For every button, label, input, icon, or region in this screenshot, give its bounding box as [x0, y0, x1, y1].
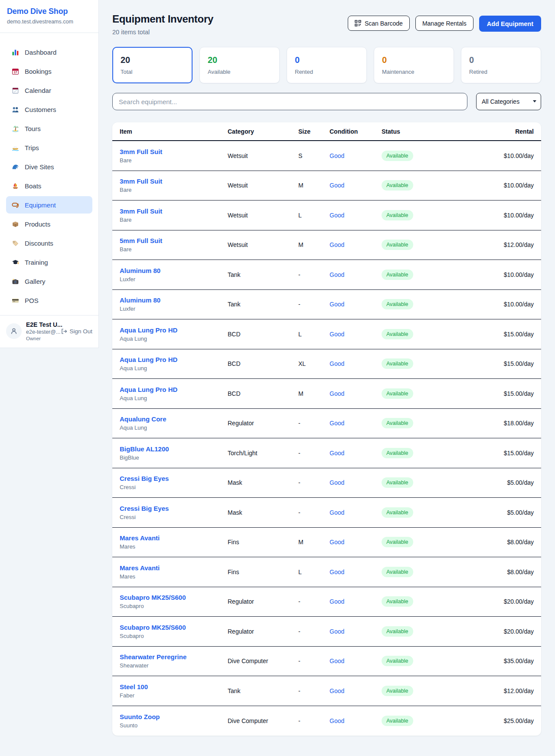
sidebar-item-discounts[interactable]: Discounts	[6, 234, 92, 252]
condition-link[interactable]: Good	[330, 212, 344, 219]
condition-link[interactable]: Good	[330, 360, 344, 367]
sidebar-item-calendar[interactable]: Calendar	[6, 82, 92, 99]
condition-link[interactable]: Good	[330, 687, 344, 694]
item-link-bigblue-al1200[interactable]: BigBlue AL1200	[120, 445, 169, 453]
table-header: Item Category Size Condition Status Rent…	[112, 122, 541, 141]
manage-rentals-button[interactable]: Manage Rentals	[415, 16, 473, 31]
item-link-aqua-lung-pro-hd[interactable]: Aqua Lung Pro HD	[120, 356, 177, 363]
status-badge: Available	[382, 507, 413, 518]
item-brand: Luxfer	[120, 306, 228, 312]
cell-rental: $15.00/day	[480, 450, 541, 457]
search-input[interactable]	[112, 93, 467, 110]
brand-name[interactable]: Demo Dive Shop	[7, 7, 91, 16]
sidebar-item-trips[interactable]: Trips	[6, 139, 92, 156]
stat-label: Retired	[469, 69, 533, 75]
cell-size: -	[298, 687, 330, 694]
cell-size: -	[298, 450, 330, 457]
condition-link[interactable]: Good	[330, 657, 344, 664]
item-link-3mm-full-suit[interactable]: 3mm Full Suit	[120, 177, 162, 185]
condition-link[interactable]: Good	[330, 152, 344, 159]
sidebar-item-training[interactable]: Training	[6, 253, 92, 271]
scan-barcode-button[interactable]: Scan Barcode	[348, 16, 410, 31]
sidebar-item-boats[interactable]: Boats	[6, 177, 92, 194]
item-link-cressi-big-eyes[interactable]: Cressi Big Eyes	[120, 475, 169, 482]
condition-link[interactable]: Good	[330, 569, 344, 575]
cell-rental: $8.00/day	[480, 539, 541, 546]
cell-size: -	[298, 479, 330, 486]
stat-card-maintenance[interactable]: 0 Maintenance	[374, 47, 454, 83]
cell-size: -	[298, 301, 330, 308]
status-badge: Available	[382, 270, 413, 280]
item-link-scubapro-mk25-s600[interactable]: Scubapro MK25/S600	[120, 624, 186, 631]
condition-link[interactable]: Good	[330, 241, 344, 248]
barcode-icon	[355, 20, 361, 26]
cell-size: -	[298, 271, 330, 278]
sidebar-item-equipment[interactable]: Equipment	[6, 196, 92, 214]
cell-size: -	[298, 717, 330, 724]
condition-link[interactable]: Good	[330, 598, 344, 605]
item-link-mares-avanti[interactable]: Mares Avanti	[120, 534, 160, 542]
column-header-size: Size	[298, 128, 330, 135]
condition-link[interactable]: Good	[330, 331, 344, 338]
status-badge: Available	[382, 477, 413, 488]
condition-link[interactable]: Good	[330, 420, 344, 427]
condition-link[interactable]: Good	[330, 628, 344, 635]
item-link-steel-100[interactable]: Steel 100	[120, 683, 148, 690]
sidebar-item-tours[interactable]: Tours	[6, 120, 92, 137]
sidebar-item-gallery[interactable]: Gallery	[6, 273, 92, 290]
cell-category: Dive Computer	[228, 657, 298, 664]
sidebar-item-label: Gallery	[25, 278, 46, 285]
add-equipment-button[interactable]: Add Equipment	[479, 16, 541, 32]
item-link-mares-avanti[interactable]: Mares Avanti	[120, 564, 160, 572]
sidebar-item-customers[interactable]: Customers	[6, 101, 92, 118]
stat-card-rented[interactable]: 0 Rented	[287, 47, 367, 83]
sidebar-item-dive-sites[interactable]: Dive Sites	[6, 158, 92, 175]
condition-link[interactable]: Good	[330, 450, 344, 457]
sidebar-item-dashboard[interactable]: Dashboard	[6, 43, 92, 61]
stat-card-total[interactable]: 20 Total	[112, 47, 193, 83]
item-brand: Bare	[120, 157, 228, 164]
stat-card-retired[interactable]: 0 Retired	[461, 47, 541, 83]
item-link-scubapro-mk25-s600[interactable]: Scubapro MK25/S600	[120, 594, 186, 601]
item-link-aqua-lung-pro-hd[interactable]: Aqua Lung Pro HD	[120, 326, 177, 334]
table-row: Aqua Lung Pro HD Aqua Lung BCD XL Good A…	[112, 349, 541, 379]
stat-card-available[interactable]: 20 Available	[199, 47, 280, 83]
item-link-aluminum-80[interactable]: Aluminum 80	[120, 296, 160, 304]
cell-category: Regulator	[228, 598, 298, 605]
item-brand: Cressi	[120, 514, 228, 520]
cell-category: Torch/Light	[228, 450, 298, 457]
item-link-suunto-zoop[interactable]: Suunto Zoop	[120, 713, 160, 720]
condition-link[interactable]: Good	[330, 717, 344, 724]
condition-link[interactable]: Good	[330, 539, 344, 546]
condition-link[interactable]: Good	[330, 271, 344, 278]
condition-link[interactable]: Good	[330, 479, 344, 486]
user-info: E2E Test U... e2e-tester@... Owner	[26, 321, 61, 341]
table-row: Aqua Lung Pro HD Aqua Lung BCD M Good Av…	[112, 379, 541, 409]
item-link-aluminum-80[interactable]: Aluminum 80	[120, 267, 160, 274]
item-link-3mm-full-suit[interactable]: 3mm Full Suit	[120, 207, 162, 215]
table-row: 5mm Full Suit Bare Wetsuit M Good Availa…	[112, 230, 541, 260]
item-link-cressi-big-eyes[interactable]: Cressi Big Eyes	[120, 505, 169, 512]
condition-link[interactable]: Good	[330, 509, 344, 516]
sidebar-item-bookings[interactable]: Bookings	[6, 62, 92, 80]
condition-link[interactable]: Good	[330, 301, 344, 308]
category-select[interactable]: All Categories	[476, 93, 541, 110]
condition-link[interactable]: Good	[330, 182, 344, 189]
cell-rental: $10.00/day	[480, 271, 541, 278]
item-link-5mm-full-suit[interactable]: 5mm Full Suit	[120, 237, 162, 244]
cell-size: -	[298, 598, 330, 605]
item-link-3mm-full-suit[interactable]: 3mm Full Suit	[120, 148, 162, 155]
page-header: Equipment Inventory 20 items total Scan …	[112, 13, 541, 36]
cell-rental: $5.00/day	[480, 479, 541, 486]
condition-link[interactable]: Good	[330, 390, 344, 397]
sign-out-button[interactable]: Sign Out	[61, 328, 92, 335]
user-name: E2E Test U...	[26, 321, 61, 328]
cell-rental: $25.00/day	[480, 717, 541, 724]
item-link-shearwater-peregrine[interactable]: Shearwater Peregrine	[120, 653, 186, 661]
customers-icon	[12, 106, 19, 113]
page-title: Equipment Inventory	[112, 13, 213, 25]
sidebar-item-products[interactable]: Products	[6, 215, 92, 233]
sidebar-item-pos[interactable]: POS	[6, 292, 92, 309]
item-link-aqua-lung-pro-hd[interactable]: Aqua Lung Pro HD	[120, 386, 177, 393]
item-link-aqualung-core[interactable]: Aqualung Core	[120, 415, 166, 423]
